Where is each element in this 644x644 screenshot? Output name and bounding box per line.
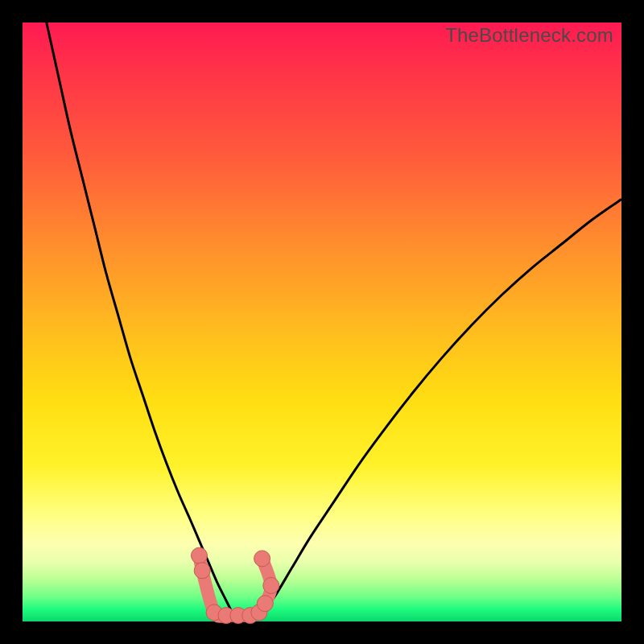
plot-area: TheBottleneck.com (23, 23, 621, 621)
data-marker (191, 547, 207, 564)
right-curve-path (262, 199, 621, 612)
chart-frame: TheBottleneck.com (0, 0, 644, 644)
chart-svg (23, 23, 621, 621)
data-marker (263, 577, 279, 593)
data-marker (257, 596, 273, 612)
data-marker (194, 563, 210, 579)
left-curve-path (47, 23, 233, 613)
marker-group (191, 547, 279, 623)
data-marker (254, 551, 270, 567)
